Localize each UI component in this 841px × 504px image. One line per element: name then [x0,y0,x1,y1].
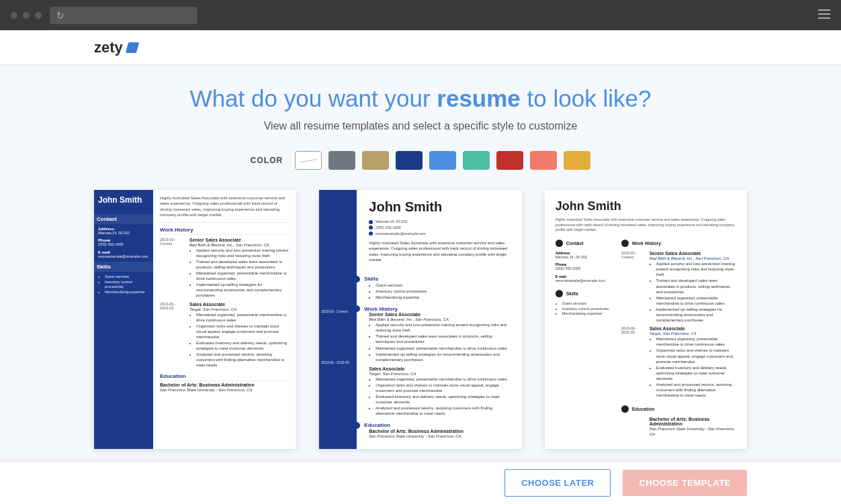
edu-degree: Bachelor of Arts: Business Administratio… [369,429,509,434]
list-item: Organized racks and shelves to maintain … [375,383,509,393]
color-swatch-6[interactable] [496,151,523,170]
list-item: Analyzed and processed returns, assistin… [196,352,290,368]
education-icon [621,405,629,413]
list-item: Maintained organized, presentable mercha… [656,295,736,306]
resume-name: John Smith [98,195,149,205]
color-swatch-8[interactable] [564,151,590,170]
t3-left-col: Contact Address Warsaw,14, 00-202 Phone … [556,240,612,437]
list-item: Evaluated inventory and delivery needs, … [656,365,736,381]
browser-chrome: ↻ [0,0,841,30]
list-item: Applied security and loss prevention tra… [196,248,290,258]
headline-prefix: What do you want your [190,85,437,111]
list-item: Merchandising expertise [105,290,149,295]
template-card-2[interactable]: John Smith Warsaw,14, 00-202 (555) 432-1… [319,190,521,449]
list-item: Analyzed and processed returns, assistin… [656,382,736,398]
brand-name: zety [94,39,123,56]
brand-logo-mark [126,42,139,53]
t3-edu-header: Education [632,407,655,411]
list-item: Implemented up-selling strategies for re… [375,352,509,362]
job-bullets: Maintained organized, presentable mercha… [369,376,509,417]
t2-phone: (555) 432-1000 [375,225,401,230]
list-item: Organized racks and shelves to maintain … [196,323,290,340]
url-bar[interactable]: ↻ [50,7,197,24]
job-company: Target, San Francisco, CA [369,371,509,376]
template-card-3[interactable]: John Smith Highly motivated Sales Associ… [545,190,747,449]
t1-sidebar: John Smith Contact Address Warsaw,14, 00… [94,190,153,449]
app-header: zety [0,30,841,65]
list-item: Guest services [105,274,149,279]
work-icon [621,240,629,247]
edu-degree: Bachelor of Arts: Business Administratio… [160,383,290,387]
job-bullets: Applied security and loss prevention tra… [369,322,509,362]
list-item: Maintained organized, presentable mercha… [375,346,509,351]
list-item: Analyzed and processed returns, assistin… [375,405,509,416]
job-title: Sales Associate [650,326,736,331]
color-picker: COLOR [0,151,841,170]
job-dates: 2013-06 - 2015-03 [160,302,184,369]
contact-icon [556,240,563,247]
color-swatch-1[interactable] [328,151,355,170]
template-card-1[interactable]: John Smith Contact Address Warsaw,14, 00… [94,190,296,449]
job-dates: 2013-06 - 2015-03 [621,326,644,399]
t1-phone: (555) 432-1000 [98,242,149,247]
page-body: What do you want your resume to look lik… [0,65,841,462]
job-bullets: Applied security and loss prevention tra… [189,248,290,299]
section-bullet-icon [353,305,360,312]
job-bullets: Maintained organized, presentable mercha… [650,336,736,398]
list-item: Organized racks and shelves to maintain … [656,348,736,364]
list-item: Maintained organized, presentable mercha… [656,336,736,347]
t1-edu-header: Education [160,373,290,381]
t1-address: Warsaw,14, 00-202 [98,231,149,236]
close-window-icon[interactable] [11,12,17,19]
list-item: Maintained organized, presentable mercha… [196,312,290,323]
edu-school: San Francisco State University - San Fra… [369,434,509,439]
t1-main: Highly motivated Sales Associate with ex… [153,190,296,449]
phone-icon [369,225,373,230]
job-dates: 2015-03 - Current [321,309,355,313]
t1-contact-header: Contact [94,214,153,224]
t2-summary: Highly motivated Sales Associate with ex… [369,240,509,262]
color-swatch-4[interactable] [429,151,456,170]
section-bullet-icon [353,422,360,429]
maximize-window-icon[interactable] [35,12,42,19]
color-swatch-3[interactable] [396,151,423,170]
reload-icon[interactable]: ↻ [56,10,64,21]
list-item: Inventory control procedures [375,289,509,294]
list-item: Maintained organized, presentable mercha… [196,270,290,281]
color-label: COLOR [251,156,283,165]
t3-phone: (555) 432-1000 [556,266,612,271]
t1-summary: Highly motivated Sales Associate with ex… [160,195,290,223]
color-swatch-2[interactable] [362,151,389,170]
list-item: Trained and developed sales team associa… [656,278,736,294]
edu-school: San Francisco State University - San Fra… [650,426,736,437]
job-title: Senior Sales Associate [369,312,509,317]
section-bullet-icon [353,276,360,283]
list-item: Inventory control procedures [562,307,612,311]
list-item: Applied security and loss prevention tra… [375,322,509,333]
brand-logo[interactable]: zety [94,39,138,56]
color-swatch-0[interactable] [295,151,322,170]
resume-name: John Smith [369,199,509,215]
t1-work-header: Work History [160,227,290,235]
job-dates: 2015-03 - Current [160,238,184,299]
job-title: Sales Associate [189,302,290,307]
job-company: Bed Bath & Beyond, Inc., San Francisco, … [369,317,509,322]
color-swatch-5[interactable] [463,151,490,170]
browser-menu-icon[interactable] [818,9,830,21]
job-title: Sales Associate [369,366,509,371]
job-company: Target, San Francisco, CA [650,331,736,336]
color-swatch-7[interactable] [530,151,557,170]
job-dates: 2013-06 - 2015-03 [321,360,355,364]
t3-contact-header: Contact [566,241,584,246]
headline-suffix: to look like? [521,85,652,111]
t2-work-header: Work History [364,306,398,312]
t3-email: resumesample@example.com [556,279,612,283]
t2-skills-header: Skills [364,276,378,282]
list-item: Maintained organized, presentable mercha… [375,376,509,382]
template-gallery: John Smith Contact Address Warsaw,14, 00… [0,190,841,449]
minimize-window-icon[interactable] [23,12,30,19]
page-subtitle: View all resume templates and select a s… [0,120,841,132]
t2-main: Skills Guest services Inventory control … [357,268,521,449]
list-item: Merchandising expertise [562,311,612,316]
t2-contact: Warsaw,14, 00-202 (555) 432-1000 resumes… [369,219,509,236]
